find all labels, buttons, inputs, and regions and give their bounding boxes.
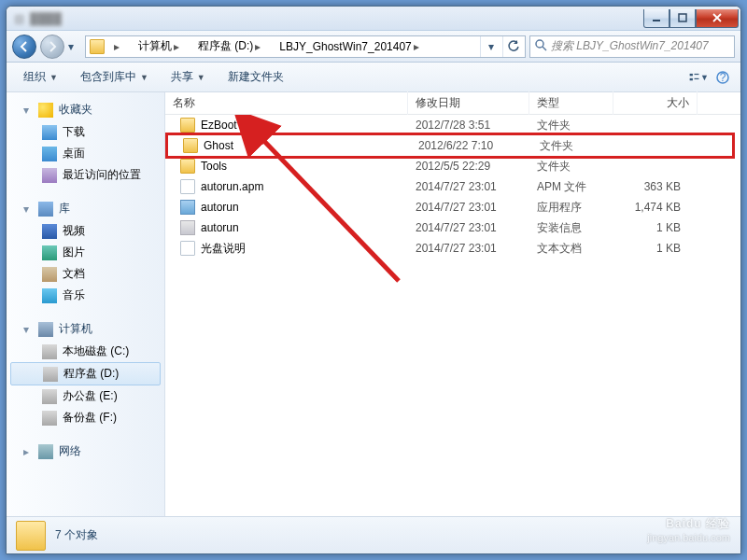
file-date: 2012/6/22 7:10 — [411, 139, 532, 152]
file-name: autorun — [201, 201, 239, 214]
file-list[interactable]: EzBoot2012/7/28 3:51文件夹Ghost2012/6/22 7:… — [165, 115, 740, 516]
file-type: 文件夹 — [529, 118, 613, 133]
folder-icon — [180, 159, 195, 174]
drive-icon — [42, 411, 57, 426]
toolbar: 组织▼ 包含到库中▼ 共享▼ 新建文件夹 ▼ ? — [7, 63, 740, 92]
svg-rect-0 — [653, 20, 660, 21]
star-icon — [38, 103, 53, 118]
svg-point-2 — [536, 40, 543, 48]
drive-icon — [43, 367, 58, 382]
document-icon — [42, 267, 57, 282]
file-date: 2014/7/27 23:01 — [408, 201, 529, 214]
folder-icon — [180, 118, 195, 133]
sidebar-item-downloads[interactable]: 下载 — [7, 121, 164, 143]
file-row[interactable]: autorun2014/7/27 23:01安装信息1 KB — [165, 217, 740, 238]
back-button[interactable] — [12, 35, 36, 59]
favorites-header[interactable]: ▾收藏夹 — [7, 98, 164, 121]
breadcrumb[interactable]: 程序盘 (D:)▸ — [192, 36, 272, 56]
nav-pane: ▾收藏夹 下载 桌面 最近访问的位置 ▾库 视频 图片 文档 音乐 ▾计算机 本… — [7, 92, 165, 516]
sidebar-item-drive-d[interactable]: 程序盘 (D:) — [10, 362, 161, 385]
search-input[interactable]: 搜索 LBJY_GhostWin7_201407 — [529, 35, 735, 58]
computer-header[interactable]: ▾计算机 — [7, 317, 164, 341]
file-size: 1,474 KB — [613, 201, 688, 214]
share-button[interactable]: 共享▼ — [162, 65, 215, 89]
desktop-icon — [42, 147, 57, 161]
close-button[interactable] — [696, 9, 739, 28]
view-button[interactable]: ▼ — [688, 67, 709, 88]
svg-text:?: ? — [720, 71, 726, 84]
network-icon — [38, 444, 53, 459]
crumb-label: 程序盘 (D:) — [198, 38, 253, 54]
drive-icon — [42, 344, 57, 359]
file-date: 2014/7/27 23:01 — [408, 180, 529, 193]
file-date: 2012/7/28 3:51 — [408, 119, 529, 132]
exe-icon — [180, 200, 195, 215]
search-icon — [534, 38, 547, 54]
file-name: 光盘说明 — [201, 241, 246, 257]
file-row[interactable]: autorun2014/7/27 23:01应用程序1,474 KB — [165, 197, 740, 217]
col-size[interactable]: 大小 — [613, 91, 698, 115]
svg-rect-5 — [695, 73, 699, 74]
organize-button[interactable]: 组织▼ — [14, 65, 67, 89]
sidebar-item-recent[interactable]: 最近访问的位置 — [7, 164, 164, 186]
file-row[interactable]: Tools2012/5/5 22:29文件夹 — [165, 156, 740, 176]
newfolder-button[interactable]: 新建文件夹 — [218, 65, 293, 89]
include-library-button[interactable]: 包含到库中▼ — [71, 65, 158, 89]
navbar: ▾ ▸ 计算机▸ 程序盘 (D:)▸ LBJY_GhostWin7_201407… — [7, 31, 740, 63]
download-icon — [42, 125, 57, 140]
folder-icon — [183, 138, 198, 153]
breadcrumb[interactable]: LBJY_GhostWin7_201407▸ — [274, 38, 430, 55]
file-name: EzBoot — [201, 119, 237, 132]
refresh-button[interactable] — [502, 36, 523, 57]
file-size: 1 KB — [613, 221, 688, 234]
file-name: autorun.apm — [201, 180, 263, 193]
sidebar-item-drive-c[interactable]: 本地磁盘 (C:) — [7, 341, 164, 362]
sidebar-item-music[interactable]: 音乐 — [7, 285, 164, 306]
status-bar: 7 个对象 — [7, 516, 740, 553]
video-icon — [42, 224, 57, 239]
svg-rect-4 — [690, 77, 693, 79]
breadcrumb[interactable]: 计算机▸ — [133, 36, 190, 56]
maximize-button[interactable] — [669, 9, 696, 28]
network-header[interactable]: ▸网络 — [7, 440, 164, 463]
help-button[interactable]: ? — [712, 67, 733, 88]
svg-rect-6 — [695, 77, 699, 78]
file-size: 1 KB — [613, 242, 688, 255]
status-text: 7 个对象 — [55, 527, 98, 543]
library-icon — [38, 202, 53, 217]
drive-icon — [42, 389, 57, 404]
col-date[interactable]: 修改日期 — [408, 91, 529, 115]
col-type[interactable]: 类型 — [529, 91, 613, 115]
minimize-button[interactable] — [643, 9, 669, 28]
file-date: 2014/7/27 23:01 — [408, 242, 529, 255]
sidebar-item-drive-e[interactable]: 办公盘 (E:) — [7, 385, 164, 407]
sidebar-item-drive-f[interactable]: 备份盘 (F:) — [7, 407, 164, 428]
sidebar-item-desktop[interactable]: 桌面 — [7, 143, 164, 164]
address-bar[interactable]: ▸ 计算机▸ 程序盘 (D:)▸ LBJY_GhostWin7_201407▸ … — [85, 35, 526, 58]
inf-icon — [180, 220, 195, 235]
col-name[interactable]: 名称 — [165, 91, 408, 115]
sidebar-item-documents[interactable]: 文档 — [7, 263, 164, 285]
picture-icon — [42, 245, 57, 260]
forward-button[interactable] — [40, 35, 64, 59]
window-title: ▧████ — [7, 12, 643, 25]
sidebar-item-pictures[interactable]: 图片 — [7, 242, 164, 263]
file-type: 文件夹 — [532, 138, 616, 154]
sidebar-item-videos[interactable]: 视频 — [7, 220, 164, 242]
crumb-label: 计算机 — [138, 38, 172, 54]
file-type: APM 文件 — [529, 179, 613, 195]
library-header[interactable]: ▾库 — [7, 197, 164, 220]
watermark: Baidu 经验 jingyan.baidu.com — [647, 516, 730, 543]
titlebar: ▧████ — [7, 7, 740, 31]
breadcrumb[interactable]: ▸ — [108, 38, 131, 55]
folder-icon — [90, 39, 105, 54]
history-dropdown[interactable]: ▾ — [68, 40, 81, 53]
file-icon — [180, 179, 195, 194]
file-row[interactable]: Ghost2012/6/22 7:10文件夹 — [165, 133, 735, 159]
column-headers: 名称 修改日期 类型 大小 — [165, 92, 740, 115]
file-row[interactable]: autorun.apm2014/7/27 23:01APM 文件363 KB — [165, 176, 740, 197]
folder-large-icon — [16, 521, 46, 551]
file-date: 2014/7/27 23:01 — [408, 221, 529, 234]
file-row[interactable]: 光盘说明2014/7/27 23:01文本文档1 KB — [165, 238, 740, 259]
address-dropdown[interactable]: ▾ — [480, 36, 500, 57]
